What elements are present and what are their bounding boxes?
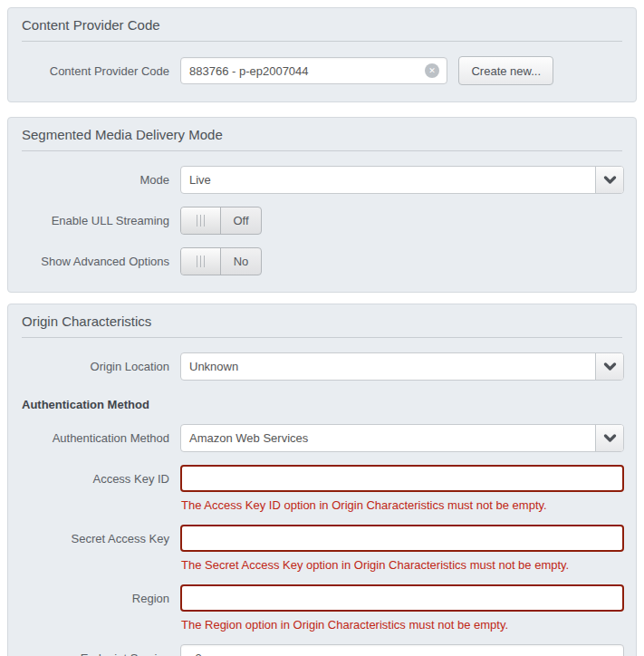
access-key-id-input[interactable]: [180, 465, 624, 492]
origin-location-row: Origin Location Unknown: [22, 352, 622, 381]
origin-location-select-value: Unknown: [181, 353, 595, 380]
section-title: Origin Characteristics: [22, 304, 622, 338]
origin-location-label: Origin Location: [22, 360, 169, 373]
region-error: The Region option in Origin Characterist…: [181, 618, 624, 632]
secret-access-key-input[interactable]: [180, 525, 624, 552]
enable-ull-streaming-toggle[interactable]: Off: [180, 207, 262, 235]
secret-access-key-label: Secret Access Key: [22, 525, 169, 545]
clear-input-icon[interactable]: ✕: [425, 63, 439, 78]
secret-access-key-row: Secret Access Key The Secret Access Key …: [22, 525, 622, 572]
enable-ull-streaming-label: Enable ULL Streaming: [22, 214, 169, 227]
create-new-button[interactable]: Create new...: [458, 56, 553, 85]
show-advanced-options-toggle[interactable]: No: [180, 247, 262, 275]
origin-characteristics-section: Origin Characteristics Origin Location U…: [7, 304, 637, 656]
mode-select-value: Live: [181, 167, 595, 193]
region-input[interactable]: [180, 584, 624, 612]
toggle-handle[interactable]: [181, 248, 221, 275]
authentication-method-select-value: Amazon Web Services: [181, 425, 595, 451]
region-row: Region The Region option in Origin Chara…: [22, 584, 622, 632]
mode-row: Mode Live: [22, 166, 622, 194]
mode-select[interactable]: Live: [180, 166, 624, 194]
content-provider-code-input[interactable]: [180, 57, 447, 84]
access-key-id-row: Access Key ID The Access Key ID option i…: [22, 465, 622, 512]
section-title: Segmented Media Delivery Mode: [22, 118, 622, 151]
content-provider-code-section: Content Provider Code Content Provider C…: [7, 7, 637, 102]
toggle-state-label: Off: [221, 207, 261, 234]
grip-icon: [197, 256, 205, 267]
secret-access-key-error: The Secret Access Key option in Origin C…: [181, 558, 624, 572]
chevron-down-icon: [595, 353, 623, 380]
content-provider-code-label: Content Provider Code: [22, 64, 169, 78]
show-advanced-options-row: Show Advanced Options No: [22, 247, 622, 275]
section-title: Content Provider Code: [22, 8, 622, 42]
segmented-media-delivery-mode-section: Segmented Media Delivery Mode Mode Live …: [7, 117, 637, 293]
grip-icon: [197, 215, 205, 227]
authentication-method-row: Authentication Method Amazon Web Service…: [22, 424, 622, 452]
mode-label: Mode: [22, 173, 169, 187]
endpoint-service-label: Endpoint Service: [22, 651, 169, 656]
content-provider-code-row: Content Provider Code ✕ Create new...: [22, 56, 622, 85]
authentication-method-select[interactable]: Amazon Web Services: [180, 424, 624, 452]
region-label: Region: [22, 584, 169, 605]
endpoint-service-row: Endpoint Service: [22, 644, 622, 656]
toggle-handle[interactable]: [181, 207, 221, 234]
origin-location-select[interactable]: Unknown: [180, 352, 624, 381]
chevron-down-icon: [595, 167, 623, 193]
show-advanced-options-label: Show Advanced Options: [22, 255, 169, 268]
access-key-id-label: Access Key ID: [22, 465, 169, 486]
access-key-id-error: The Access Key ID option in Origin Chara…: [181, 498, 624, 512]
enable-ull-streaming-row: Enable ULL Streaming Off: [22, 207, 622, 235]
chevron-down-icon: [595, 425, 623, 451]
authentication-method-label: Authentication Method: [22, 431, 169, 445]
endpoint-service-input[interactable]: [180, 644, 624, 656]
authentication-method-subheader: Authentication Method: [22, 398, 622, 411]
toggle-state-label: No: [221, 248, 261, 275]
